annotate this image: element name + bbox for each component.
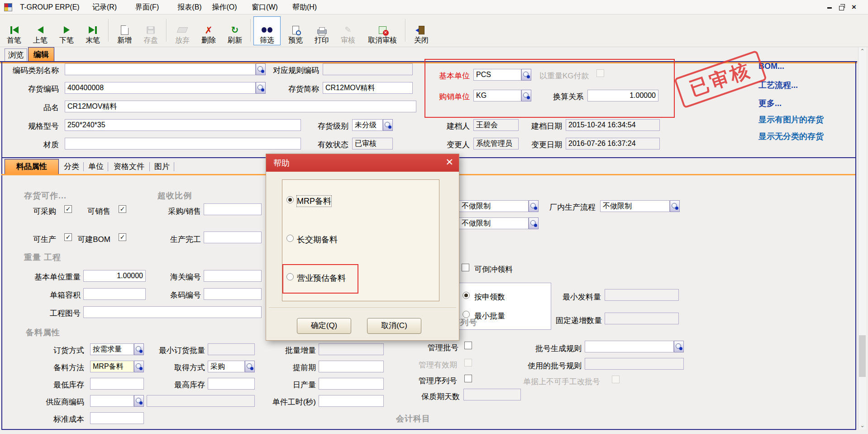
window-restore-icon[interactable]: [836, 3, 846, 12]
link-process-flow[interactable]: 工艺流程...: [758, 80, 798, 91]
tab-browse[interactable]: 浏览: [5, 48, 27, 62]
factory-flow-input[interactable]: 不做限制: [600, 200, 670, 212]
prep-method-input[interactable]: MRP备料: [90, 361, 134, 372]
sales-forecast-radio[interactable]: [286, 273, 294, 280]
lead-time-input[interactable]: [319, 361, 384, 372]
unit-weight-input[interactable]: 1.00000: [83, 270, 146, 282]
material-input[interactable]: [65, 138, 301, 149]
item-abbr-input[interactable]: CR12MOV精料: [323, 82, 413, 94]
toolbar-refresh-button[interactable]: ↻ 刷新: [222, 16, 248, 45]
trade-unit-lookup-icon[interactable]: [521, 90, 531, 101]
order-mode-input[interactable]: 按需求量: [90, 343, 134, 355]
dialog-ok-button[interactable]: 确定(Q): [297, 318, 351, 334]
dialog-cancel-button[interactable]: 取消(C): [367, 318, 421, 334]
help-dialog-close-icon[interactable]: ✕: [445, 157, 453, 168]
supplier-code-input[interactable]: [90, 395, 134, 407]
item-code-input[interactable]: 400400008: [65, 82, 256, 94]
drawing-no-input[interactable]: [83, 306, 262, 318]
restriction1-input[interactable]: 不做限制: [459, 200, 529, 212]
level-input[interactable]: 未分级: [352, 119, 383, 131]
link-show-with-picture[interactable]: 显示有图片的存货: [758, 114, 824, 125]
barcode-input[interactable]: [204, 288, 262, 300]
long-leadtime-option-label[interactable]: 长交期备料: [297, 234, 338, 245]
box-volume-input[interactable]: [83, 288, 146, 300]
shelf-days-input[interactable]: [463, 389, 521, 400]
scroll-up-icon[interactable]: ⌃: [858, 47, 866, 55]
spec-input[interactable]: 250*240*35: [65, 119, 301, 131]
help-dialog-titlebar[interactable]: 帮助: [266, 154, 459, 172]
mrp-prep-option-label[interactable]: MRP备料: [297, 196, 331, 207]
restriction2-input[interactable]: 不做限制: [459, 217, 529, 229]
item-name-input[interactable]: CR12MOV精料: [65, 101, 416, 112]
supplier-code-lookup-icon[interactable]: [134, 395, 144, 407]
batch-rule-lookup-icon[interactable]: [674, 341, 684, 352]
mrp-prep-radio[interactable]: [286, 196, 294, 203]
level-lookup-icon[interactable]: [383, 119, 393, 131]
scrollbar-thumb[interactable]: [859, 335, 866, 377]
toolbar-delete-button[interactable]: ✗ 删除: [196, 16, 222, 45]
acquire-mode-lookup-icon[interactable]: [245, 361, 255, 372]
daily-output-input[interactable]: [319, 378, 384, 390]
manage-batch-checkbox[interactable]: [464, 342, 472, 349]
window-close-icon[interactable]: ×: [849, 3, 859, 12]
tab-item-properties[interactable]: 料品属性: [5, 159, 59, 174]
purchasable-checkbox[interactable]: [64, 205, 72, 213]
long-leadtime-radio[interactable]: [286, 235, 294, 242]
scroll-down-icon[interactable]: ⌄: [858, 421, 866, 429]
by-request-radio[interactable]: [463, 292, 470, 299]
factory-flow-lookup-icon[interactable]: [670, 200, 680, 212]
menu-help[interactable]: 帮助(H): [289, 2, 320, 12]
purchase-sale-ratio-input[interactable]: [204, 203, 262, 215]
code-category-lookup-icon[interactable]: [256, 63, 266, 75]
acquire-mode-input[interactable]: 采购: [208, 361, 245, 372]
batch-rule-input[interactable]: [585, 341, 674, 352]
menu-operation[interactable]: 操作(O): [209, 2, 240, 12]
unit-hours-input[interactable]: [319, 395, 384, 407]
toolbar-unaudit-button[interactable]: 取消审核: [361, 16, 404, 45]
sales-forecast-option-label[interactable]: 营业预估备料: [297, 273, 346, 284]
tab-unit[interactable]: 单位: [86, 160, 106, 174]
base-unit-input[interactable]: PCS: [473, 69, 521, 81]
tab-picture[interactable]: 图片: [152, 160, 172, 174]
prep-method-lookup-icon[interactable]: [134, 361, 144, 372]
sellable-checkbox[interactable]: [119, 205, 126, 213]
code-category-input[interactable]: [65, 63, 256, 75]
toolbar-first-button[interactable]: 首笔: [1, 16, 27, 45]
min-stock-input[interactable]: [90, 378, 144, 390]
link-show-uncategorized[interactable]: 显示无分类的存货: [758, 131, 824, 142]
producible-checkbox[interactable]: [64, 233, 72, 241]
production-finish-input[interactable]: [204, 231, 262, 243]
menu-interface[interactable]: 界面(F): [131, 2, 163, 12]
toolbar-next-button[interactable]: 下笔: [53, 16, 80, 45]
customs-code-input[interactable]: [204, 270, 262, 282]
order-mode-lookup-icon[interactable]: [134, 343, 144, 355]
conversion-input[interactable]: 1.00000: [587, 90, 658, 101]
window-minimize-icon[interactable]: [825, 3, 835, 12]
std-cost-input[interactable]: [90, 412, 144, 424]
link-more[interactable]: 更多...: [758, 98, 782, 109]
toolbar-print-button[interactable]: 打印: [309, 16, 335, 45]
menu-tgroup-erp[interactable]: T-GROUP ERP(E): [19, 2, 81, 12]
tab-category[interactable]: 分类: [62, 160, 81, 174]
toolbar-filter-button[interactable]: 筛选: [253, 16, 281, 45]
backflush-checkbox[interactable]: [462, 264, 469, 271]
item-code-lookup-icon[interactable]: [256, 82, 266, 94]
toolbar-new-button[interactable]: 新增: [111, 16, 138, 45]
bom-allowed-checkbox[interactable]: [119, 233, 126, 241]
trade-unit-input[interactable]: KG: [473, 90, 521, 101]
tab-qualification-files[interactable]: 资格文件: [110, 160, 148, 174]
toolbar-close-button[interactable]: 关闭: [408, 16, 434, 45]
restriction1-lookup-icon[interactable]: [529, 200, 539, 212]
menu-record[interactable]: 记录(R): [89, 2, 120, 12]
manage-serial-checkbox[interactable]: [464, 375, 472, 382]
toolbar-last-button[interactable]: 末笔: [80, 16, 106, 45]
base-unit-lookup-icon[interactable]: [521, 69, 531, 81]
vertical-scrollbar[interactable]: ⌃ ⌄: [858, 47, 866, 429]
tab-edit[interactable]: 编辑: [28, 47, 54, 62]
toolbar-prev-button[interactable]: 上笔: [27, 16, 53, 45]
menu-window[interactable]: 窗口(W): [249, 2, 281, 12]
max-stock-input[interactable]: [208, 378, 255, 390]
restriction2-lookup-icon[interactable]: [529, 217, 539, 229]
toolbar-preview-button[interactable]: 预览: [282, 16, 309, 45]
menu-report[interactable]: 报表(B): [174, 2, 205, 12]
